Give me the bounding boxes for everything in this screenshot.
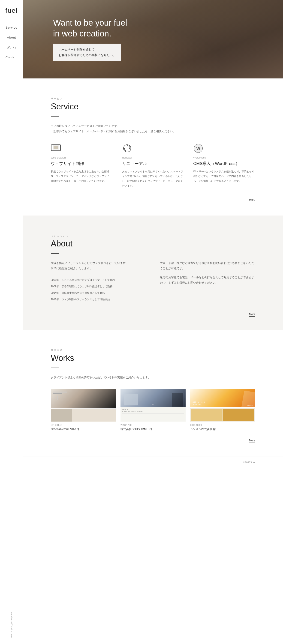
service-section: サービス Service 主にお取り扱いしているサービスをご紹介いたします。 下… [23, 78, 283, 216]
about-right: 大阪・京都・神戸など遠方でなければ直接お問い合わせ打ち合わせをいただくことが可能… [160, 260, 255, 302]
hero-subtitle-line1: ホームページ制作を通じて [59, 47, 116, 52]
service-card-web-title: ウェブサイト制作 [51, 161, 113, 166]
service-card-wp-label: WordPress [193, 156, 255, 159]
service-divider [51, 116, 59, 116]
service-card-web-label: Web creation [51, 156, 113, 159]
work-thumb-2: は ARMY Attend our GOOD SUMMIT. [120, 389, 186, 422]
service-card-wordpress: W WordPress CMS導入（WordPress） WordPressとい… [193, 143, 255, 188]
work-date-1: 2019.01.25 [51, 424, 116, 426]
service-cards: Web creation ウェブサイト制作 新規でウェブサイトを立ち上げるにあた… [51, 143, 255, 188]
service-description: 主にお取り扱いしているサービスをご紹介いたします。 下記以外でもウェブサイト（ホ… [51, 124, 255, 134]
works-label: 制作実績 [51, 348, 255, 352]
service-desc-line1: 主にお取り扱いしているサービスをご紹介いたします。 [51, 124, 255, 129]
history-row-4: 2017年 ウェブ制作のフリーランスとして活動開始 [51, 296, 118, 302]
about-right-line1: 大阪・京都・神戸など遠方でなければ直接お問い合わせ打ち合わせをいただくことが可能… [160, 260, 255, 271]
work-item-3[interactable]: 生活にワクワクをプラスする。 SERVICE 2018.10.09 シンオン株式… [190, 389, 255, 431]
about-label: fuelについて [51, 234, 255, 238]
service-card-wp-title: CMS導入（WordPress） [193, 161, 255, 166]
about-more-anchor[interactable]: More [249, 313, 255, 316]
svg-rect-4 [54, 146, 58, 149]
history-year-1: 2006年 [51, 277, 62, 283]
history-desc-1: システム開発会社にてプログラマーとして勤務 [62, 277, 118, 283]
service-card-web-creation: Web creation ウェブサイト制作 新規でウェブサイトを立ち上げるにあた… [51, 143, 113, 188]
service-card-renewal: Renewal リニューアル あまりウェブサイトを見に来てくれない、スマートフォ… [122, 143, 184, 188]
works-divider [51, 368, 59, 368]
service-icon-wordpress: W [193, 143, 203, 154]
history-row-1: 2006年 システム開発会社にてプログラマーとして勤務 [51, 277, 118, 283]
about-title: About [51, 239, 255, 248]
sidebar-navigation: Service About Works Contact [6, 26, 18, 59]
service-card-renewal-label: Renewal [122, 156, 184, 159]
footer-copyright: ©2017 fuel [243, 461, 255, 464]
history-desc-3: 司法書士事務所にて事務員として勤務 [62, 290, 118, 296]
work-item-2[interactable]: は ARMY Attend our GOOD SUMMIT. 2018.12.0… [120, 389, 186, 431]
about-content: 大阪を拠点にフリーランスとしてウェブ制作を行っています。 簡単に経歴をご紹介いた… [51, 260, 255, 302]
sidebar-item-contact[interactable]: Contact [6, 56, 18, 59]
work-thumb-1: V [51, 389, 116, 422]
hero-subtitle-box: ホームページ制作を通じて お客様が前進するための燃料になりたい。 [53, 44, 121, 61]
work-client-3: シンオン株式会社 様 [190, 427, 255, 431]
service-card-renewal-title: リニューアル [122, 161, 184, 166]
about-intro: 大阪を拠点にフリーランスとしてウェブ制作を行っています。 簡単に経歴をご紹介いた… [51, 260, 146, 271]
sidebar-item-service[interactable]: Service [6, 26, 17, 29]
work-client-1: Green&Reform VITA 様 [51, 427, 116, 431]
site-logo[interactable]: fuel [5, 7, 18, 14]
hero-title: Want to be your fuel in web creation. [53, 18, 127, 39]
footer: ©2017 fuel [23, 456, 283, 468]
works-section: 制作実績 Works クライアント様より掲載の許可をいただいている制作実績をご紹… [23, 330, 283, 456]
sidebar-item-about[interactable]: About [7, 36, 16, 39]
work-client-2: 株式会社GODSUMMIT 様 [120, 427, 186, 431]
service-title: Service [51, 102, 255, 112]
service-desc-line2: 下記以外でもウェブサイト（ホームページ）に関するお悩みがございましたら一度ご相談… [51, 129, 255, 134]
service-card-renewal-desc: あまりウェブサイトを見に来てくれない、スマートフォンで見づらい、情報が古くなって… [122, 169, 184, 188]
work-item-1[interactable]: V [51, 389, 116, 431]
history-row-3: 2014年 司法書士事務所にて事務員として勤務 [51, 290, 118, 296]
history-year-2: 2009年 [51, 283, 62, 290]
service-card-wp-desc: WordPressというシステムを組み込んで、専門的な知識がなくても、ご自身でペ… [193, 169, 255, 184]
hero-section: Want to be your fuel in web creation. ホー… [23, 0, 283, 78]
service-label: サービス [51, 97, 255, 100]
about-more-link[interactable]: More [51, 312, 255, 316]
about-left: 大阪を拠点にフリーランスとしてウェブ制作を行っています。 簡単に経歴をご紹介いた… [51, 260, 146, 302]
hero-content: Want to be your fuel in web creation. ホー… [23, 18, 127, 61]
history-year-4: 2017年 [51, 296, 62, 302]
about-divider [51, 253, 59, 254]
work-date-3: 2018.10.09 [190, 424, 255, 426]
about-history-table: 2006年 システム開発会社にてプログラマーとして勤務 2009年 広告代理店に… [51, 277, 118, 303]
service-icon-renewal [122, 143, 132, 154]
about-right-text: 大阪・京都・神戸など遠方でなければ直接お問い合わせ打ち合わせをいただくことが可能… [160, 260, 255, 285]
sidebar: fuel Service About Works Contact Freelan… [0, 0, 23, 468]
about-history: 2006年 システム開発会社にてプログラマーとして勤務 2009年 広告代理店に… [51, 277, 146, 303]
service-card-web-desc: 新規でウェブサイトを立ち上げるにあたり、企画構成・ウェブデザイン・コーディングな… [51, 169, 113, 184]
service-icon-monitor [51, 143, 61, 154]
about-right-line2: 遠方のお客様でも電話・メールなどの打ち合わせで対応することができますので、まずは… [160, 275, 255, 286]
about-section: fuelについて About 大阪を拠点にフリーランスとしてウェブ制作を行ってい… [23, 216, 283, 330]
history-desc-2: 広告代理店にてウェブ制作担当者として勤務 [62, 283, 118, 290]
works-more-link[interactable]: More [51, 438, 255, 442]
works-description: クライアント様より掲載の許可をいただいている制作実績をご紹介いたします。 [51, 375, 255, 380]
hero-subtitle-line2: お客様が前進するための燃料になりたい。 [59, 52, 116, 58]
history-row-2: 2009年 広告代理店にてウェブ制作担当者として勤務 [51, 283, 118, 290]
service-more-anchor[interactable]: More [249, 198, 255, 202]
works-more-anchor[interactable]: More [249, 439, 255, 443]
sidebar-item-works[interactable]: Works [7, 46, 16, 49]
works-grid: V [51, 389, 255, 431]
work-thumb-3: 生活にワクワクをプラスする。 SERVICE [190, 389, 255, 422]
service-more-link[interactable]: More [51, 198, 255, 202]
svg-text:W: W [196, 146, 200, 151]
history-year-3: 2014年 [51, 290, 62, 296]
history-desc-4: ウェブ制作のフリーランスとして活動開始 [62, 296, 118, 302]
main-content: Want to be your fuel in web creation. ホー… [23, 0, 283, 468]
work-date-2: 2018.12.03 [120, 424, 186, 426]
works-title: Works [51, 353, 255, 363]
